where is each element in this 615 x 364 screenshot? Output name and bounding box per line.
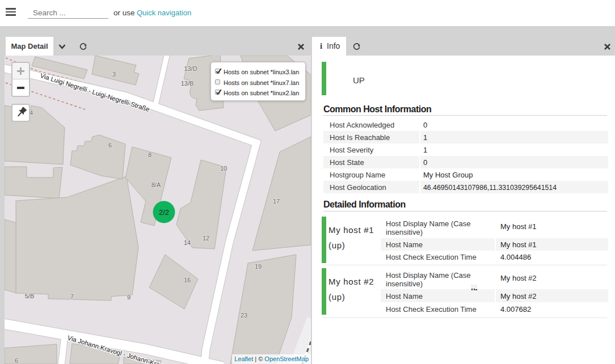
svg-text:2/2: 2/2 [159,208,169,217]
svg-text:23: 23 [241,312,247,319]
svg-text:14: 14 [184,239,191,246]
svg-text:16: 16 [184,277,191,283]
svg-text:8/A: 8/A [151,181,161,188]
svg-text:13/D: 13/D [184,65,197,72]
svg-text:3: 3 [112,71,116,78]
svg-text:19: 19 [255,263,262,270]
svg-text:9: 9 [127,294,130,300]
svg-text:6: 6 [108,142,112,149]
svg-text:12: 12 [203,235,209,242]
svg-text:7: 7 [70,293,74,300]
svg-text:10: 10 [220,165,227,172]
svg-text:17: 17 [273,198,280,205]
svg-text:6: 6 [15,357,18,364]
svg-text:5/B: 5/B [25,293,35,299]
svg-text:13/B: 13/B [181,80,194,87]
svg-text:8: 8 [148,151,151,158]
